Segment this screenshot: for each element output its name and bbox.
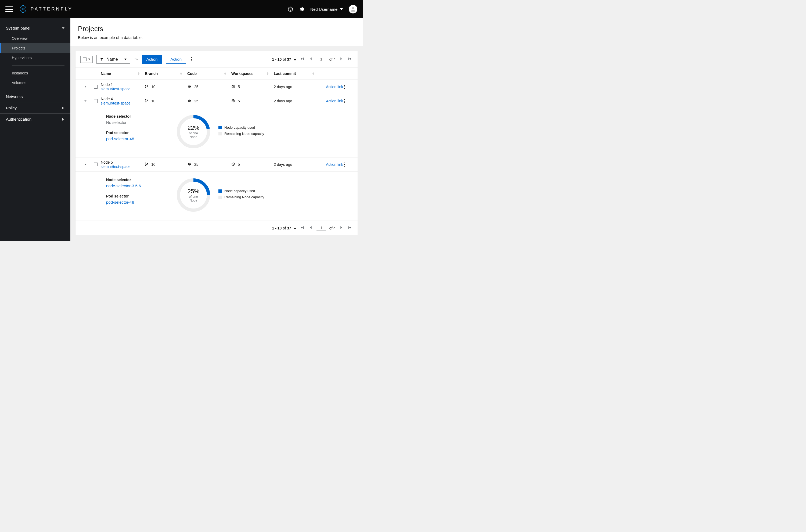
donut-legend: Node capacity used Remaining Node capaci… bbox=[218, 126, 264, 138]
chevron-down-icon bbox=[124, 59, 127, 60]
row-kebab-menu[interactable] bbox=[343, 98, 353, 104]
page-last-icon[interactable] bbox=[347, 56, 353, 63]
row-checkbox[interactable] bbox=[94, 163, 97, 166]
row-sublink[interactable]: siemur/test-space bbox=[101, 101, 145, 105]
node-selector-value[interactable]: node-selector-3.5.6 bbox=[106, 184, 160, 188]
filter-dropdown[interactable]: Name bbox=[96, 55, 130, 64]
hamburger-icon[interactable] bbox=[5, 6, 13, 12]
donut-percent: 25% bbox=[185, 188, 202, 195]
column-branch[interactable]: Branch▲▼ bbox=[145, 72, 187, 76]
pagination-top: 1 - 10 of 37 of 4 bbox=[272, 56, 353, 63]
avatar[interactable] bbox=[349, 5, 357, 14]
row-last-commit: 2 days ago bbox=[274, 84, 320, 89]
user-menu[interactable]: Ned Username bbox=[310, 7, 343, 12]
brand-logo[interactable]: PATTERNFLY bbox=[19, 4, 73, 14]
donut-percent: 22% bbox=[185, 125, 202, 131]
svg-point-3 bbox=[145, 84, 147, 86]
nav-section-label: System panel bbox=[6, 26, 30, 30]
row-checkbox[interactable] bbox=[94, 99, 97, 103]
page-last-icon[interactable] bbox=[347, 225, 353, 231]
row-expanded-content: Node selector No selector Pod selector p… bbox=[76, 108, 358, 157]
page-prev-icon[interactable] bbox=[308, 56, 313, 63]
row-checkbox[interactable] bbox=[94, 85, 97, 89]
gear-icon[interactable] bbox=[299, 6, 304, 12]
nav-item-volumes[interactable]: Volumes bbox=[0, 78, 71, 88]
chevron-down-icon[interactable] bbox=[84, 99, 87, 103]
branch-icon bbox=[145, 84, 149, 89]
svg-point-13 bbox=[147, 163, 148, 164]
nav-item-overview[interactable]: Overview bbox=[0, 34, 71, 43]
svg-point-7 bbox=[145, 101, 147, 102]
row-expanded-content: Node selector node-selector-3.5.6 Pod se… bbox=[76, 172, 358, 221]
bulk-select[interactable] bbox=[80, 56, 93, 63]
table-toolbar: Name Action Action 1 - 10 of 37 bbox=[76, 51, 358, 68]
nav-item-policy[interactable]: Policy bbox=[0, 102, 71, 113]
app-header: PATTERNFLY Ned Username bbox=[0, 0, 363, 18]
kebab-menu[interactable] bbox=[190, 56, 193, 62]
donut-sublabel: of one Node bbox=[185, 195, 202, 202]
row-sublink[interactable]: siemur/test-space bbox=[101, 165, 145, 169]
nav-item-networks[interactable]: Networks bbox=[0, 91, 71, 102]
node-selector-value: No selector bbox=[106, 120, 160, 125]
code-icon bbox=[187, 99, 192, 103]
row-name: Node 1 bbox=[101, 82, 145, 87]
main-content: Projects Below is an example of a data t… bbox=[71, 18, 363, 241]
nav-item-hypervisors[interactable]: Hypervisors bbox=[0, 53, 71, 63]
chevron-down-icon[interactable] bbox=[84, 162, 87, 167]
donut-chart: 22%of one Node bbox=[176, 114, 211, 149]
row-sublink[interactable]: siemur/test-space bbox=[101, 87, 145, 91]
row-action-link[interactable]: Action link bbox=[326, 99, 343, 103]
patternfly-icon bbox=[19, 4, 27, 14]
sidebar-nav: System panel Overview Projects Hyperviso… bbox=[0, 18, 71, 241]
column-code[interactable]: Code▲▼ bbox=[187, 72, 231, 76]
row-workspaces: 5 bbox=[231, 84, 274, 89]
nav-section-system-panel[interactable]: System panel bbox=[0, 23, 71, 34]
sort-icon[interactable] bbox=[134, 57, 138, 62]
node-selector-label: Node selector bbox=[106, 177, 160, 182]
page-next-icon[interactable] bbox=[339, 225, 344, 231]
code-icon bbox=[187, 84, 192, 89]
pagination-range[interactable]: 1 - 10 of 37 bbox=[272, 226, 296, 230]
chevron-right-icon[interactable] bbox=[84, 84, 87, 89]
table-header-row: Name▲▼ Branch▲▼ Code▲▼ Workspaces▲▼ Last… bbox=[76, 68, 358, 80]
row-kebab-menu[interactable] bbox=[343, 162, 353, 168]
page-next-icon[interactable] bbox=[339, 56, 344, 63]
help-icon[interactable] bbox=[288, 6, 293, 12]
page-input[interactable] bbox=[316, 225, 326, 231]
row-last-commit: 2 days ago bbox=[274, 162, 320, 167]
pod-selector-value[interactable]: pod-selector-48 bbox=[106, 200, 160, 205]
column-name[interactable]: Name▲▼ bbox=[101, 72, 145, 76]
row-kebab-menu[interactable] bbox=[343, 84, 353, 90]
row-code: 25 bbox=[187, 84, 231, 89]
row-code: 25 bbox=[187, 99, 231, 103]
page-total: of 4 bbox=[329, 226, 335, 230]
nav-item-authentication[interactable]: Authentication bbox=[0, 114, 71, 125]
data-table-card: Name Action Action 1 - 10 of 37 bbox=[75, 51, 358, 235]
nav-item-projects[interactable]: Projects bbox=[0, 43, 71, 53]
column-workspaces[interactable]: Workspaces▲▼ bbox=[231, 72, 274, 76]
column-last-commit[interactable]: Last commit▲▼ bbox=[274, 72, 320, 76]
page-first-icon[interactable] bbox=[299, 225, 305, 231]
chevron-down-icon bbox=[88, 59, 90, 60]
page-prev-icon[interactable] bbox=[308, 225, 313, 231]
nav-item-instances[interactable]: Instances bbox=[0, 68, 71, 78]
filter-icon bbox=[100, 57, 104, 61]
row-action-link[interactable]: Action link bbox=[326, 84, 343, 89]
action-secondary-button[interactable]: Action bbox=[166, 55, 186, 64]
page-first-icon[interactable] bbox=[299, 56, 305, 63]
legend-remaining-label: Remaining Node capacity bbox=[224, 132, 264, 136]
legend-swatch-used bbox=[218, 189, 222, 193]
chevron-right-icon bbox=[62, 118, 64, 121]
pagination-range[interactable]: 1 - 10 of 37 bbox=[272, 57, 296, 61]
page-description: Below is an example of a data table. bbox=[78, 35, 355, 40]
action-primary-button[interactable]: Action bbox=[142, 55, 162, 64]
pod-selector-label: Pod selector bbox=[106, 131, 160, 135]
row-action-link[interactable]: Action link bbox=[326, 162, 343, 167]
page-title: Projects bbox=[78, 25, 355, 33]
sort-arrows-icon: ▲▼ bbox=[312, 72, 314, 75]
nav-item-label: Policy bbox=[6, 106, 17, 110]
pod-selector-value[interactable]: pod-selector-48 bbox=[106, 136, 160, 141]
legend-used-label: Node capacity used bbox=[224, 189, 255, 193]
row-name: Node 4 bbox=[101, 97, 145, 101]
page-input[interactable] bbox=[316, 56, 326, 62]
